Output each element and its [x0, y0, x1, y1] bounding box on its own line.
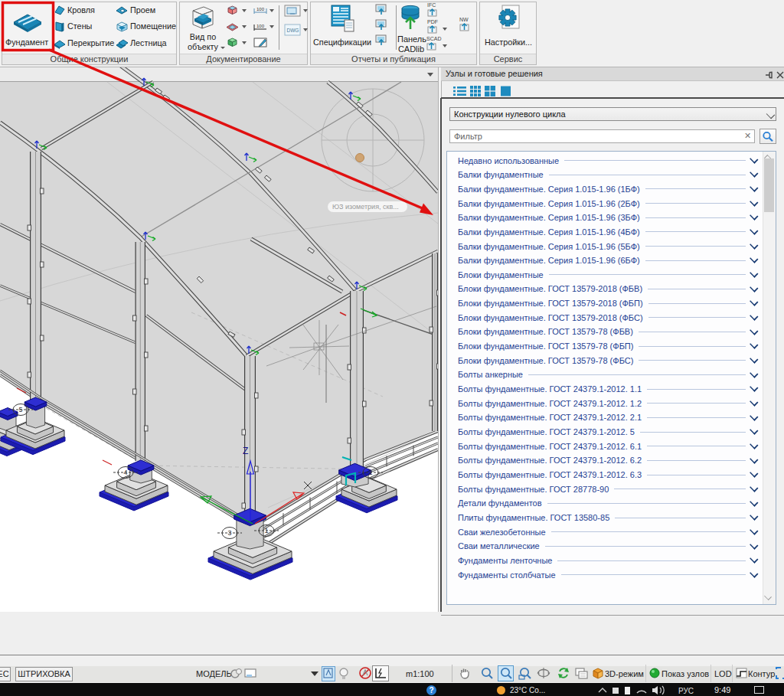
- svg-text:4: 4: [124, 469, 128, 476]
- svg-text:100: 100: [256, 7, 265, 11]
- svg-text:5: 5: [19, 406, 23, 413]
- svg-text:3: 3: [228, 529, 232, 537]
- svg-text:ЮЗ изометрия, скв...: ЮЗ изометрия, скв...: [332, 203, 399, 211]
- svg-text:100: 100: [256, 24, 265, 28]
- svg-text:2: 2: [369, 469, 373, 476]
- svg-text:1: 1: [265, 527, 269, 534]
- svg-text:Z: Z: [243, 446, 248, 456]
- svg-text:DWG: DWG: [287, 28, 299, 33]
